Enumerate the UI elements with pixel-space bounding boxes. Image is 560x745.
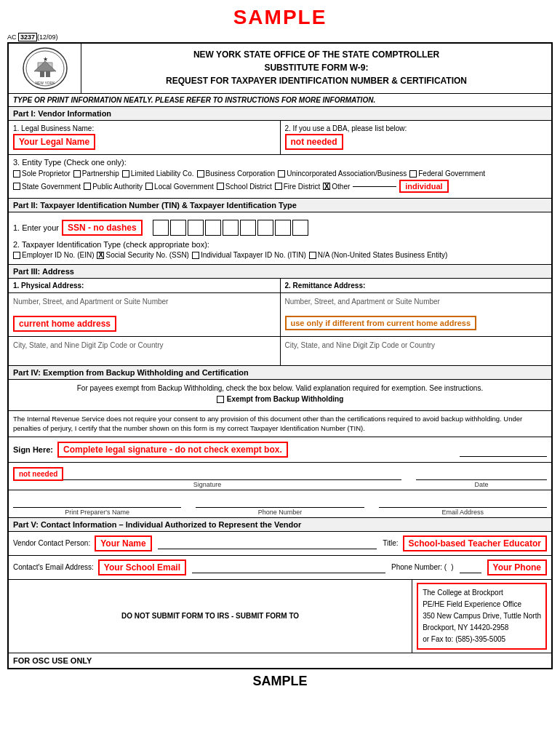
- tin-type-checkboxes: Employer ID No. (EIN) X Social Security …: [13, 251, 547, 259]
- form-container: ★ NEW YORK NEW YORK STATE OFFICE OF THE …: [7, 42, 553, 669]
- other-checkbox-x[interactable]: X: [323, 183, 330, 190]
- part2-ssn-row: 1. Enter your SSN - no dashes 2. Taxpaye…: [9, 212, 551, 265]
- physical-street-col: Number, Street, and Apartment or Suite N…: [9, 293, 281, 336]
- itin-checkbox[interactable]: [192, 252, 199, 259]
- exempt-checkbox[interactable]: [217, 396, 224, 403]
- cb-biz-corp[interactable]: Business Corporation: [197, 170, 276, 178]
- ssn-checkbox-x[interactable]: X: [97, 252, 104, 259]
- cb-fed-gov[interactable]: Federal Government: [409, 170, 485, 178]
- dba-field[interactable]: not needed: [285, 134, 343, 150]
- signature-field[interactable]: Complete legal signature - do not check …: [57, 442, 288, 458]
- email-line[interactable]: [192, 562, 385, 573]
- entity-type-label: 3. Entity Type (Check one only):: [13, 158, 547, 167]
- osc-row: FOR OSC USE ONLY: [9, 653, 551, 668]
- date-sublabel-line[interactable]: [416, 466, 547, 480]
- submit-address-box: The College at Brockport PE/HE Field Exp…: [417, 583, 547, 650]
- ssn-field[interactable]: SSN - no dashes: [62, 220, 143, 236]
- individual-field[interactable]: individual: [399, 180, 448, 193]
- pub-auth-checkbox[interactable]: [84, 183, 91, 190]
- tin-box-7[interactable]: [257, 220, 273, 236]
- signature-sublabel-line: not needed: [13, 466, 401, 480]
- sole-prop-checkbox[interactable]: [13, 170, 20, 178]
- svg-rect-6: [46, 71, 50, 77]
- llc-checkbox[interactable]: [122, 170, 129, 178]
- date-line[interactable]: [460, 442, 547, 457]
- cb-pub-auth[interactable]: Public Authority: [84, 183, 143, 191]
- sign-here-row: Sign Here: Complete legal signature - do…: [9, 437, 551, 463]
- entity-checkboxes-row2: State Government Public Authority Local …: [13, 180, 547, 193]
- partnership-checkbox[interactable]: [73, 170, 81, 178]
- preparer-name-line[interactable]: [13, 493, 181, 508]
- cb-fire-dist[interactable]: Fire District: [275, 183, 321, 191]
- cb-unincorp[interactable]: Unincorporated Association/Business: [278, 170, 407, 178]
- submit-row: DO NOT SUBMIT FORM TO IRS - SUBMIT FORM …: [9, 580, 551, 653]
- fed-gov-checkbox[interactable]: [409, 170, 417, 178]
- remittance-address-col: 2. Remittance Address:: [281, 279, 552, 292]
- unincorp-checkbox[interactable]: [278, 170, 285, 178]
- remittance-address-field[interactable]: use only if different from current home …: [285, 316, 477, 330]
- exempt-row: For payees exempt from Backup Withholdin…: [9, 380, 551, 411]
- instructions-row: TYPE OR PRINT INFORMATION NEATLY. PLEASE…: [9, 94, 551, 107]
- na-checkbox[interactable]: [309, 252, 316, 259]
- part1-header: Part I: Vendor Information: [9, 107, 551, 121]
- sample-watermark-top: SAMPLE: [0, 0, 560, 32]
- cb-sole-prop[interactable]: Sole Proprietor: [13, 170, 71, 178]
- remittance-street-col: Number, Street, and Apartment or Suite N…: [281, 293, 552, 336]
- phone-area-line[interactable]: [460, 562, 481, 573]
- preparer-sublabel-row: Print Preparer's Name Phone Number Email…: [9, 490, 551, 518]
- cb-ssn[interactable]: X Social Security No. (SSN): [97, 251, 188, 259]
- cb-school-dist[interactable]: School District: [217, 183, 272, 191]
- part5-header: Part V: Contact Information – Individual…: [9, 518, 551, 532]
- submit-left-label: DO NOT SUBMIT FORM TO IRS - SUBMIT FORM …: [9, 580, 412, 653]
- signature-sublabel-row: not needed Signature Date: [9, 463, 551, 490]
- submit-right-address: The College at Brockport PE/HE Field Exp…: [412, 580, 551, 653]
- biz-corp-checkbox[interactable]: [197, 170, 204, 178]
- tin-box-9[interactable]: [292, 220, 308, 236]
- legal-name-field[interactable]: Your Legal Name: [13, 134, 95, 150]
- tin-box-4[interactable]: [205, 220, 221, 236]
- cb-partnership[interactable]: Partnership: [73, 170, 119, 178]
- tin-box-2[interactable]: [170, 220, 186, 236]
- other-field-line[interactable]: [353, 186, 396, 187]
- cb-itin[interactable]: Individual Taxpayer ID No. (ITIN): [192, 251, 306, 259]
- email-col: Email Address: [379, 493, 547, 516]
- part1-name-row: 1. Legal Business Name: Your Legal Name …: [9, 121, 551, 155]
- email-field[interactable]: Your School Email: [98, 559, 186, 575]
- physical-city-col: City, State, and Nine Digit Zip Code or …: [9, 337, 281, 365]
- legal-name-col: 1. Legal Business Name: Your Legal Name: [9, 121, 281, 154]
- ssn-input-row: 1. Enter your SSN - no dashes: [13, 218, 547, 237]
- tin-box-3[interactable]: [188, 220, 204, 236]
- ein-checkbox[interactable]: [13, 252, 20, 259]
- local-gov-checkbox[interactable]: [145, 183, 153, 190]
- tin-box-1[interactable]: [153, 220, 169, 236]
- dba-col: 2. If you use a DBA, please list below: …: [281, 121, 552, 154]
- vendor-name-field[interactable]: Your Name: [95, 535, 151, 551]
- tin-box-8[interactable]: [275, 220, 291, 236]
- title-field[interactable]: School-based Teacher Educator: [403, 535, 548, 551]
- fire-dist-checkbox[interactable]: [275, 183, 282, 190]
- email-line[interactable]: [379, 493, 547, 508]
- phone-line[interactable]: [196, 493, 364, 508]
- physical-address-col: 1. Physical Address:: [9, 279, 281, 292]
- signature-sublabel-col: not needed Signature: [13, 466, 401, 488]
- school-dist-checkbox[interactable]: [217, 183, 224, 190]
- ac-number: AC 3237(12/09): [7, 33, 553, 41]
- phone-field[interactable]: Your Phone: [487, 559, 547, 575]
- cb-other[interactable]: X Other: [323, 183, 350, 191]
- cb-state-gov[interactable]: State Government: [13, 183, 81, 191]
- cb-llc[interactable]: Limited Liability Co.: [122, 170, 194, 178]
- cb-na[interactable]: N/A (Non-United States Business Entity): [309, 251, 447, 259]
- cb-ein[interactable]: Employer ID No. (EIN): [13, 251, 94, 259]
- date-sublabel-col: Date: [416, 466, 547, 488]
- svg-rect-5: [40, 71, 44, 77]
- tin-box-5[interactable]: [223, 220, 239, 236]
- part3-address-labels: 1. Physical Address: 2. Remittance Addre…: [9, 279, 551, 293]
- preparer-value[interactable]: not needed: [13, 467, 63, 481]
- state-gov-checkbox[interactable]: [13, 183, 20, 190]
- cb-local-gov[interactable]: Local Government: [145, 183, 214, 191]
- physical-address-field[interactable]: current home address: [13, 316, 116, 332]
- exempt-checkbox-row: Exempt from Backup Withholding: [13, 395, 547, 403]
- vendor-name-line[interactable]: [158, 538, 377, 549]
- tin-box-6[interactable]: [240, 220, 256, 236]
- form-title: NEW YORK STATE OFFICE OF THE STATE COMPT…: [81, 44, 551, 93]
